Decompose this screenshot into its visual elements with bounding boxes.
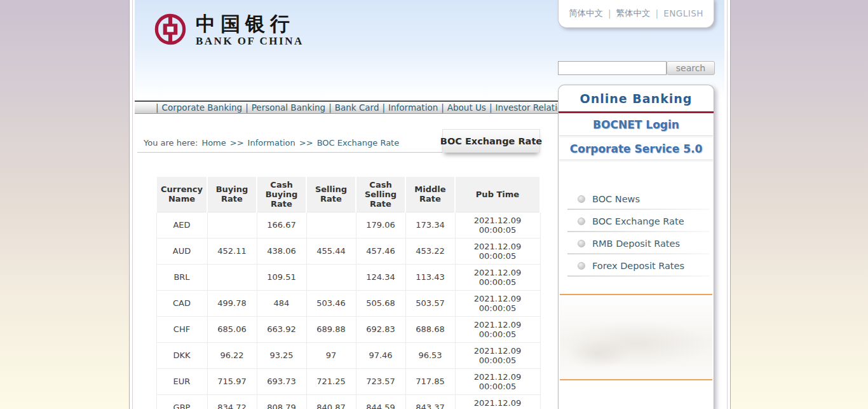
breadcrumb: You are here: Home>>Information>>BOC Exc… (137, 129, 442, 153)
rate-cell: 179.06 (356, 212, 405, 238)
rate-cell (306, 264, 356, 290)
column-header: Middle Rate (405, 176, 455, 212)
pub-time-cell: 2021.12.0900:00:05 (455, 212, 540, 238)
rate-cell: 505.68 (356, 290, 405, 316)
search-button[interactable]: search (667, 61, 715, 75)
column-header: Cash Buying Rate (257, 176, 306, 212)
table-row: BRL109.51124.34113.432021.12.0900:00:05 (156, 264, 540, 290)
pub-time: 00:00:05 (456, 251, 540, 261)
rate-cell: 717.85 (405, 368, 455, 394)
table-row: CHF685.06663.92689.88692.83688.682021.12… (156, 316, 540, 342)
pub-date: 2021.12.09 (456, 242, 540, 251)
pub-time: 00:00:05 (456, 277, 540, 287)
separator: | (608, 8, 611, 18)
nav-item-about-us[interactable]: About Us (447, 102, 486, 113)
rate-cell: 173.34 (405, 212, 455, 238)
boc-emblem-icon (154, 13, 187, 46)
sidebar-item-label: BOC Exchange Rate (592, 216, 684, 226)
rate-cell: 124.34 (356, 264, 405, 290)
pub-time-cell: 2021.12.0900:00:05 (455, 290, 540, 316)
rate-cell: 97 (306, 342, 356, 368)
table-body: AED166.67179.06173.342021.12.0900:00:05A… (156, 212, 540, 409)
corporate-service-link[interactable]: Corporate Service 5.0 (559, 137, 714, 160)
separator: | (329, 102, 332, 113)
separator: | (656, 8, 659, 18)
pub-time-cell: 2021.12.0900:00:05 (455, 264, 540, 290)
rate-cell: 693.73 (257, 368, 306, 394)
language-selector: 简体中文|繁体中文|ENGLISH (558, 0, 714, 28)
breadcrumb-link-home[interactable]: Home (201, 138, 226, 148)
rate-cell: 688.68 (405, 316, 455, 342)
sidebar-item-label: Forex Deposit Rates (592, 261, 684, 271)
sidebar-link-list: BOC NewsBOC Exchange RateRMB Deposit Rat… (559, 188, 714, 277)
language-link-2[interactable]: 繁体中文 (616, 8, 651, 19)
pub-time: 00:00:05 (456, 225, 540, 235)
separator: | (489, 102, 492, 113)
logo-english-name: BANK OF CHINA (196, 35, 304, 48)
sidebar-item-boc-news[interactable]: BOC News (559, 188, 714, 210)
separator: | (245, 102, 248, 113)
sidebar-item-rmb-deposit-rates[interactable]: RMB Deposit Rates (559, 232, 714, 254)
pub-time: 00:00:05 (456, 329, 540, 339)
rate-cell: 503.46 (306, 290, 356, 316)
sidebar-item-boc-exchange-rate[interactable]: BOC Exchange Rate (559, 210, 714, 232)
rate-cell: 685.06 (207, 316, 257, 342)
rate-cell: 840.87 (306, 394, 356, 409)
breadcrumb-link-boc-exchange-rate[interactable]: BOC Exchange Rate (317, 138, 400, 148)
rate-cell: 499.78 (207, 290, 257, 316)
column-header: Cash Selling Rate (356, 176, 405, 212)
nav-item-personal-banking[interactable]: Personal Banking (252, 102, 325, 113)
separator: | (441, 102, 444, 113)
main-nav: |Corporate Banking|Personal Banking|Bank… (135, 101, 558, 114)
rate-cell: 453.22 (405, 238, 455, 264)
pub-date: 2021.12.09 (456, 294, 540, 303)
sidebar-item-forex-deposit-rates[interactable]: Forex Deposit Rates (559, 254, 714, 277)
logo-chinese-name: 中国银行 (196, 13, 304, 34)
pub-time: 00:00:05 (456, 303, 540, 313)
rate-cell: 109.51 (257, 264, 306, 290)
bank-of-china-logo[interactable]: 中国银行 BANK OF CHINA (154, 13, 304, 48)
rate-cell: 834.72 (207, 394, 257, 409)
currency-cell: AED (156, 212, 207, 238)
rate-cell (207, 212, 257, 238)
table-row: AED166.67179.06173.342021.12.0900:00:05 (156, 212, 540, 238)
nav-item-bank-card[interactable]: Bank Card (335, 102, 379, 113)
currency-cell: BRL (156, 264, 207, 290)
separator: >> (299, 138, 313, 148)
nav-item-corporate-banking[interactable]: Corporate Banking (162, 102, 243, 113)
pub-time-cell: 2021.12.0900:00:05 (455, 342, 540, 368)
breadcrumb-row: You are here: Home>>Information>>BOC Exc… (137, 129, 540, 153)
rate-cell: 113.43 (405, 264, 455, 290)
column-header: Selling Rate (306, 176, 356, 212)
bocnet-login-link[interactable]: BOCNET Login (559, 113, 714, 135)
table-row: GBP834.72808.79840.87844.59843.372021.12… (156, 394, 540, 409)
currency-cell: CHF (156, 316, 207, 342)
currency-cell: GBP (156, 394, 207, 409)
online-banking-title: Online Banking (559, 85, 714, 111)
rate-cell: 721.25 (306, 368, 356, 394)
rate-cell: 93.25 (257, 342, 306, 368)
currency-cell: EUR (156, 368, 207, 394)
rate-cell: 843.37 (405, 394, 455, 409)
language-link-3[interactable]: ENGLISH (663, 8, 703, 18)
rate-cell: 452.11 (207, 238, 257, 264)
search-input[interactable] (558, 61, 667, 75)
rate-cell: 455.44 (306, 238, 356, 264)
rate-cell: 97.46 (356, 342, 405, 368)
separator: | (156, 102, 159, 113)
language-link-1[interactable]: 简体中文 (569, 8, 603, 19)
table-header: Currency NameBuying RateCash Buying Rate… (156, 176, 540, 212)
nav-item-information[interactable]: Information (388, 102, 438, 113)
pub-time: 00:00:05 (456, 356, 540, 365)
pub-date: 2021.12.09 (456, 372, 540, 382)
rate-cell: 689.88 (306, 316, 356, 342)
column-header: Buying Rate (207, 176, 257, 212)
pub-time-cell: 2021.12.0900:00:05 (455, 368, 540, 394)
pub-time-cell: 2021.12.0900:00:05 (455, 316, 540, 342)
rate-cell: 438.06 (257, 238, 306, 264)
rate-cell: 96.53 (405, 342, 455, 368)
breadcrumb-link-information[interactable]: Information (248, 138, 295, 148)
pub-date: 2021.12.09 (456, 398, 540, 408)
bullet-icon (578, 195, 585, 203)
tab-boc-exchange-rate[interactable]: BOC Exchange Rate (442, 129, 540, 153)
